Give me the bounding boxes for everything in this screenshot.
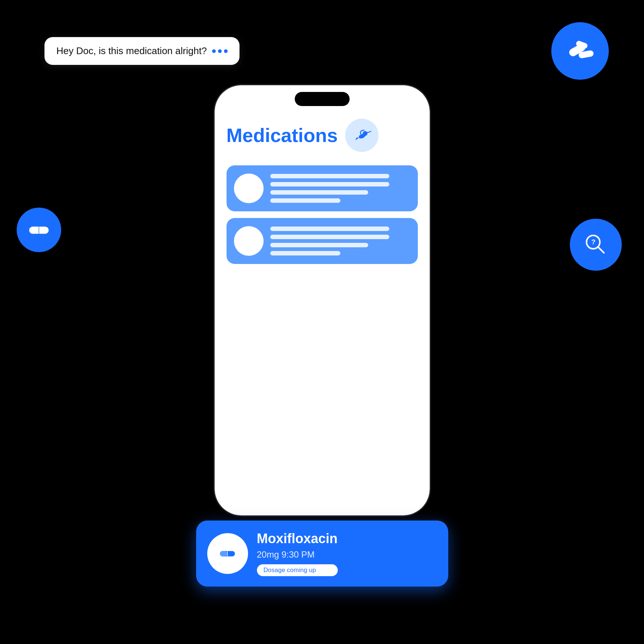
med-card-info: Moxifloxacin 20mg 9:30 PM Dosage coming … (257, 531, 338, 576)
med-card-badge: Dosage coming up (257, 564, 338, 576)
med-card-name: Moxifloxacin (257, 531, 338, 546)
medication-list (227, 165, 418, 264)
svg-rect-7 (29, 227, 39, 234)
pill-card-icon (217, 544, 238, 564)
med-line-2d (270, 251, 340, 255)
med-list-item-2[interactable] (227, 218, 418, 264)
med-line-1b (270, 182, 389, 186)
med-line-1a (270, 174, 389, 178)
chat-bubble: Hey Doc, is this medication alright? (44, 37, 240, 65)
med-line-2c (270, 243, 369, 247)
med-card-dose: 20mg 9:30 PM (257, 549, 338, 560)
med-lines-2 (270, 227, 410, 255)
screen-title: Medications (227, 124, 338, 146)
screen-header: Medications (227, 119, 418, 152)
pills-circle-button[interactable] (551, 22, 609, 80)
med-lines-1 (270, 174, 410, 203)
phone-screen: Medications (215, 85, 430, 515)
search-question-icon: ? (581, 230, 611, 260)
med-line-2b (270, 235, 389, 239)
med-line-1d (270, 198, 340, 203)
logo-circle (345, 119, 379, 152)
typing-dots (212, 49, 228, 53)
svg-rect-15 (220, 551, 227, 557)
chat-text: Hey Doc, is this medication alright? (56, 45, 207, 57)
pill-icon (26, 217, 52, 243)
search-question-circle-button[interactable]: ? (570, 219, 622, 271)
dot-2 (218, 49, 222, 53)
dot-3 (224, 49, 228, 53)
med-line-1c (270, 190, 369, 195)
phone-frame: Medications (215, 85, 430, 515)
svg-text:?: ? (591, 238, 595, 246)
svg-point-13 (363, 131, 367, 136)
med-list-item-1[interactable] (227, 165, 418, 211)
pills-icon (564, 34, 597, 68)
pill-circle-button[interactable] (17, 208, 61, 252)
med-avatar-2 (234, 226, 264, 256)
svg-line-10 (598, 247, 604, 253)
dynamic-island (295, 92, 350, 106)
dot-1 (212, 49, 216, 53)
med-card-avatar (207, 533, 248, 574)
hummingbird-icon (352, 125, 372, 146)
med-line-2a (270, 227, 389, 231)
medication-detail-card[interactable]: Moxifloxacin 20mg 9:30 PM Dosage coming … (196, 521, 448, 587)
med-avatar-1 (234, 174, 264, 203)
